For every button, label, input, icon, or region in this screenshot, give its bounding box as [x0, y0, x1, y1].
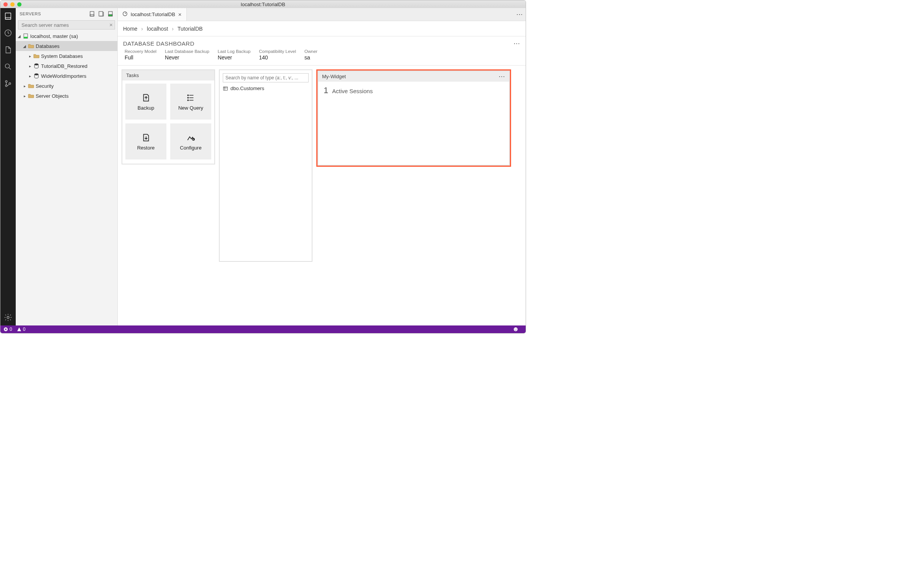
settings-gear-icon[interactable]	[4, 313, 12, 321]
task-new-query-button[interactable]: New Query	[170, 84, 211, 120]
tree-databases-node[interactable]: ◢ Databases	[16, 41, 117, 51]
prop-value: 140	[259, 54, 296, 61]
prop-value: sa	[304, 54, 317, 61]
tree-node-label: TutorialDB_Restored	[41, 63, 87, 69]
svg-point-6	[9, 83, 11, 85]
tree-server-node[interactable]: ◢ localhost, master (sa)	[16, 31, 117, 41]
tree-node-label: localhost, master (sa)	[30, 33, 78, 39]
tree-node-label: Security	[36, 83, 54, 89]
task-label: Configure	[180, 145, 201, 151]
svg-rect-1	[5, 18, 11, 20]
tree-node-label: Server Objects	[36, 93, 69, 99]
tree-node-label: WideWorldImporters	[41, 73, 86, 79]
panel-title: My-Widget	[322, 74, 346, 79]
highlighted-widget-outline: My-Widget ··· 1 Active Sessions	[316, 69, 511, 167]
svg-point-19	[188, 97, 188, 98]
svg-point-5	[5, 85, 7, 87]
prop-value: Never	[218, 54, 251, 61]
search-icon[interactable]	[4, 63, 12, 71]
editor-tab-bar: localhost:TutorialDB × ···	[118, 8, 526, 21]
widget-count: 1	[323, 86, 328, 96]
status-warnings[interactable]: 0	[17, 326, 26, 332]
servers-view-icon[interactable]	[4, 12, 12, 20]
task-history-icon[interactable]	[4, 29, 12, 37]
server-search-input[interactable]	[18, 20, 115, 30]
my-widget-panel: My-Widget ··· 1 Active Sessions	[317, 71, 510, 166]
new-connection-icon[interactable]	[89, 11, 95, 17]
task-label: Restore	[137, 145, 155, 151]
task-label: Backup	[138, 105, 154, 111]
svg-rect-12	[109, 15, 112, 16]
window-title: localhost:TutorialDB	[0, 2, 526, 7]
tasks-widget: Tasks Backup New Query Restore	[122, 69, 215, 165]
status-feedback-icon[interactable]	[513, 327, 518, 331]
tree-node-label: System Databases	[41, 53, 83, 59]
prop-label: Last Database Backup	[165, 49, 210, 54]
explorer-icon[interactable]	[4, 46, 12, 54]
search-result-label: dbo.Customers	[231, 86, 264, 91]
prop-label: Compatibility Level	[259, 49, 296, 54]
svg-rect-0	[5, 13, 11, 20]
chevron-right-icon: ›	[141, 26, 143, 32]
close-tab-icon[interactable]: ×	[178, 11, 182, 18]
svg-rect-22	[224, 87, 228, 90]
editor-tab[interactable]: localhost:TutorialDB ×	[118, 8, 187, 21]
svg-point-18	[188, 95, 188, 96]
chevron-right-icon: ›	[172, 26, 174, 32]
widget-label: Active Sessions	[332, 88, 373, 94]
prop-value: Never	[165, 54, 210, 61]
breadcrumb-database[interactable]: TutorialDB	[178, 26, 203, 32]
tree-database-node[interactable]: ▸ TutorialDB_Restored	[16, 61, 117, 71]
tree-database-node[interactable]: ▸ WideWorldImporters	[16, 71, 117, 81]
clear-search-icon[interactable]: ×	[109, 21, 113, 28]
window-titlebar: localhost:TutorialDB	[0, 0, 526, 8]
dashboard-tab-icon	[122, 11, 128, 18]
search-result-row[interactable]: dbo.Customers	[223, 86, 309, 91]
object-search-input[interactable]	[223, 73, 309, 82]
svg-point-3	[5, 64, 10, 68]
svg-point-20	[188, 100, 188, 101]
tab-label: localhost:TutorialDB	[131, 12, 175, 17]
tree-security-node[interactable]: ▸ Security	[16, 81, 117, 91]
svg-point-16	[35, 74, 38, 75]
new-server-group-icon[interactable]	[98, 11, 104, 17]
status-errors[interactable]: 0	[3, 326, 12, 332]
prop-value: Full	[125, 54, 157, 61]
svg-rect-14	[24, 37, 28, 38]
tree-system-databases-node[interactable]: ▸ System Databases	[16, 51, 117, 61]
svg-point-15	[35, 64, 38, 65]
svg-point-4	[5, 81, 7, 82]
svg-point-24	[514, 327, 518, 331]
server-tree: ◢ localhost, master (sa) ◢ Databases ▸ S…	[16, 31, 117, 325]
svg-point-25	[515, 328, 515, 329]
sidebar-title: SERVERS	[20, 12, 41, 16]
prop-label: Recovery Model	[125, 49, 157, 54]
dashboard-title: DATABASE DASHBOARD	[123, 40, 195, 47]
source-control-icon[interactable]	[4, 79, 12, 88]
tree-server-objects-node[interactable]: ▸ Server Objects	[16, 91, 117, 101]
breadcrumb-home[interactable]: Home	[123, 26, 137, 32]
show-connections-icon[interactable]	[107, 11, 114, 17]
svg-rect-10	[99, 12, 103, 16]
svg-rect-8	[90, 12, 94, 16]
widget-more-icon[interactable]: ···	[499, 74, 505, 79]
dashboard-properties: Recovery ModelFull Last Database BackupN…	[118, 47, 526, 66]
tree-node-label: Databases	[36, 43, 59, 49]
prop-label: Last Log Backup	[218, 49, 251, 54]
activity-bar	[0, 8, 16, 325]
task-label: New Query	[178, 105, 203, 111]
status-bar: 0 0	[0, 325, 526, 333]
task-restore-button[interactable]: Restore	[125, 124, 167, 160]
servers-sidebar: SERVERS × ◢ localhost, master (sa) ◢	[16, 8, 118, 325]
task-configure-button[interactable]: Configure	[170, 124, 211, 160]
svg-point-26	[516, 328, 517, 329]
dashboard-more-icon[interactable]: ···	[514, 41, 520, 46]
svg-rect-9	[90, 15, 94, 16]
object-search-widget: dbo.Customers	[219, 69, 312, 262]
editor-more-actions-icon[interactable]: ···	[514, 8, 526, 21]
svg-point-7	[7, 316, 9, 318]
panel-title: Tasks	[126, 73, 139, 78]
task-backup-button[interactable]: Backup	[125, 84, 167, 120]
breadcrumb-server[interactable]: localhost	[147, 26, 168, 32]
prop-label: Owner	[304, 49, 317, 54]
